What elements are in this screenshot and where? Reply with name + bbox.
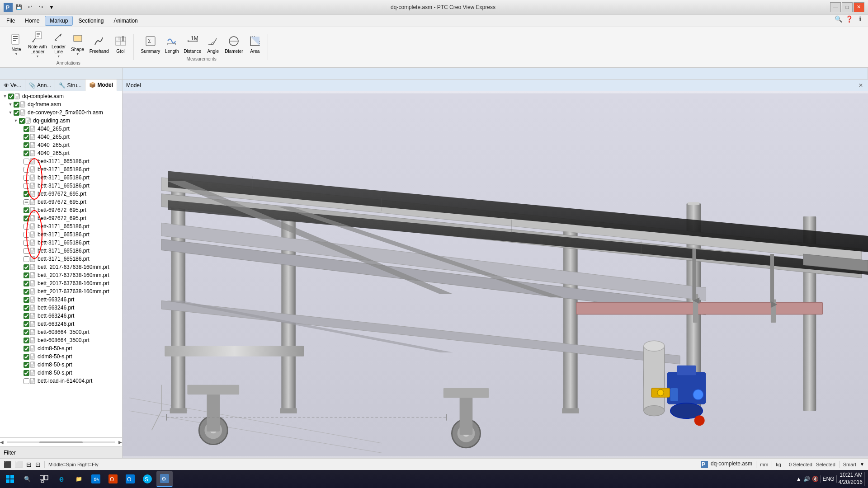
tree-item[interactable]: bett-697672_695.prt	[1, 206, 121, 214]
tree-checkbox[interactable]	[24, 248, 29, 254]
tree-item[interactable]: bett-663246.prt	[1, 296, 121, 304]
tree-checkbox[interactable]	[24, 346, 29, 352]
tree-checkbox[interactable]	[24, 142, 29, 148]
tree-checkbox[interactable]	[24, 297, 29, 303]
angle-button[interactable]: Angle	[204, 33, 222, 55]
tree-toggle[interactable]: ▼	[7, 109, 14, 116]
tree-item[interactable]: bett-load-in-614004.prt	[1, 377, 121, 385]
tree-item[interactable]: bett-3171_665186.prt	[1, 222, 121, 230]
tree-checkbox[interactable]	[24, 264, 29, 270]
tree-item[interactable]: bett-663246.prt	[1, 312, 121, 320]
tree-checkbox[interactable]	[24, 232, 29, 238]
tree-item[interactable]: cldm8-50-s.prt	[1, 361, 121, 369]
tree-item[interactable]: bett-3171_665186.prt	[1, 165, 121, 174]
tree-item[interactable]: bett_2017-637638-160mm.prt	[1, 287, 121, 296]
panel-tab-view[interactable]: 👁 Ve...	[0, 80, 25, 91]
tree-item[interactable]: bett-608664_3500.prt	[1, 328, 121, 336]
tree-checkbox[interactable]	[24, 216, 29, 221]
tree-checkbox[interactable]	[24, 199, 29, 205]
tree-item[interactable]: bett-697672_695.prt	[1, 214, 121, 222]
tree-checkbox[interactable]	[24, 321, 29, 327]
tree-item[interactable]: 4040_265.prt	[1, 125, 121, 133]
tree-item[interactable]: cldm8-50-s.prt	[1, 352, 121, 361]
tree-item[interactable]: bett-3171_665186.prt	[1, 247, 121, 255]
question-icon[interactable]: ℹ	[855, 14, 864, 23]
taskbar-desktop-btn[interactable]	[864, 472, 866, 486]
menu-file[interactable]: File	[2, 16, 19, 26]
freehand-button[interactable]: Freehand	[88, 33, 111, 55]
tree-checkbox[interactable]	[24, 354, 29, 360]
area-button[interactable]: Area	[246, 33, 264, 55]
tree-item[interactable]: bett-663246.prt	[1, 304, 121, 312]
tree-item[interactable]: bett_2017-637638-160mm.prt	[1, 263, 121, 271]
panel-tab-model[interactable]: 📦 Model	[85, 80, 117, 91]
tree-checkbox[interactable]	[24, 240, 29, 246]
help-icon[interactable]: ❓	[844, 14, 854, 23]
tree-checkbox[interactable]	[24, 378, 29, 384]
shape-button[interactable]: Shape ▼	[69, 31, 87, 56]
tree-toggle[interactable]: ▼	[2, 93, 8, 99]
diameter-button[interactable]: Diameter	[223, 33, 245, 55]
model-view[interactable]	[123, 91, 868, 458]
tree-checkbox[interactable]	[14, 110, 19, 116]
taskbar-skype[interactable]: S	[139, 471, 156, 487]
smart-label[interactable]: Smart	[843, 462, 856, 467]
taskbar-store[interactable]: 🛍	[88, 471, 104, 487]
tree-checkbox[interactable]	[24, 150, 29, 156]
tree-checkbox[interactable]	[24, 126, 29, 132]
tree-checkbox[interactable]	[24, 305, 29, 311]
tree-checkbox[interactable]	[8, 94, 14, 99]
tree-item[interactable]: bett-3171_665186.prt	[1, 157, 121, 165]
tree-item[interactable]: bett-663246.prt	[1, 320, 121, 328]
tree-checkbox[interactable]	[24, 167, 29, 173]
tree-toggle[interactable]: ▼	[7, 101, 14, 108]
tree-checkbox[interactable]	[24, 272, 29, 278]
nav-right-arrow[interactable]: ▶	[118, 440, 122, 445]
panel-tab-ann[interactable]: 📎 Ann...	[25, 80, 55, 91]
panel-tab-stru[interactable]: 🔧 Stru...	[55, 80, 85, 91]
taskbar-office[interactable]: O	[105, 471, 121, 487]
taskbar-search[interactable]: 🔍	[19, 471, 35, 487]
tree-checkbox[interactable]	[24, 289, 29, 295]
tree-checkbox[interactable]	[24, 183, 29, 189]
leader-line-button[interactable]: LeaderLine ▼	[50, 28, 68, 59]
tree-item[interactable]: bett-3171_665186.prt	[1, 239, 121, 247]
tree-checkbox[interactable]	[24, 224, 29, 230]
tree-checkbox[interactable]	[24, 338, 29, 343]
quick-access-save[interactable]: 💾	[14, 3, 24, 12]
taskbar-ie[interactable]: e	[53, 471, 70, 487]
note-leader-button[interactable]: Note withLeader ▼	[26, 28, 49, 59]
tree-item[interactable]: bett-608664_3500.prt	[1, 336, 121, 344]
menu-markup[interactable]: Markup	[45, 16, 73, 26]
quick-access-undo[interactable]: ↩	[25, 3, 34, 12]
search-icon[interactable]: 🔍	[834, 14, 843, 23]
distance-button[interactable]: 1M Distance	[182, 33, 203, 55]
tree-checkbox[interactable]	[24, 175, 29, 181]
tree-item[interactable]: bett-3171_665186.prt	[1, 230, 121, 239]
quick-access-customize[interactable]: ▼	[47, 3, 56, 12]
minimize-button[interactable]: —	[830, 2, 841, 12]
tree-checkbox[interactable]	[24, 159, 29, 164]
tree-checkbox[interactable]	[14, 102, 19, 108]
tree-item[interactable]: cldm8-50-s.prt	[1, 344, 121, 352]
tree-checkbox[interactable]	[24, 370, 29, 376]
tree-item[interactable]: 4040_265.prt	[1, 133, 121, 141]
taskbar-taskview[interactable]	[36, 471, 52, 487]
tree-item[interactable]: bett_2017-637638-160mm.prt	[1, 279, 121, 287]
nav-left-arrow[interactable]: ◀	[0, 440, 4, 445]
taskbar-creo[interactable]: ⚙	[156, 471, 173, 487]
gtol-button[interactable]: ⊥ ∥ Gtol	[112, 33, 130, 55]
tree-item[interactable]: bett-697672_695.prt	[1, 190, 121, 198]
tree-checkbox[interactable]	[24, 207, 29, 213]
tree-item[interactable]: ▼ dq-complete.asm	[1, 92, 121, 100]
tree-item[interactable]: ▼ dq-guiding.asm	[1, 117, 121, 125]
length-button[interactable]: Length	[163, 33, 181, 55]
tree-item[interactable]: bett-3171_665186.prt	[1, 182, 121, 190]
taskbar-outlook[interactable]: O	[122, 471, 138, 487]
taskbar-explorer[interactable]: 📁	[71, 471, 87, 487]
tree-item[interactable]: bett-3171_665186.prt	[1, 255, 121, 263]
tree-checkbox[interactable]	[24, 313, 29, 319]
tree-item[interactable]: bett-3171_665186.prt	[1, 174, 121, 182]
tree-checkbox[interactable]	[24, 256, 29, 262]
tree-checkbox[interactable]	[24, 134, 29, 140]
